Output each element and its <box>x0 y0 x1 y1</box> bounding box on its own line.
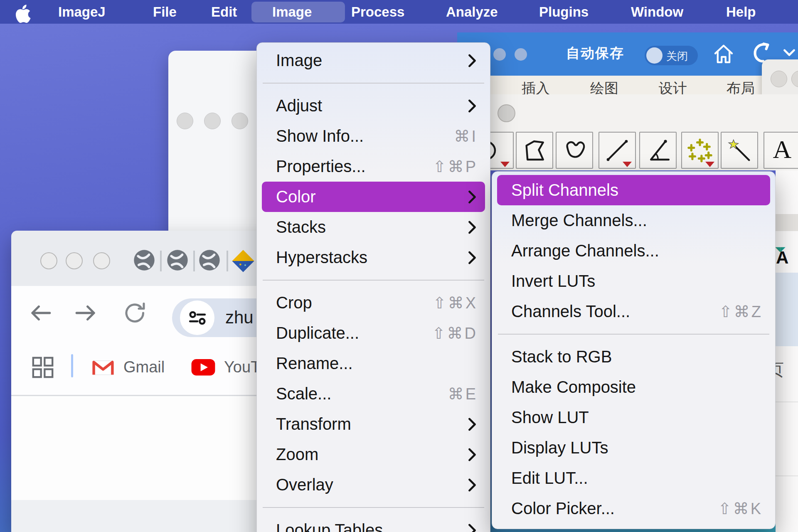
forward-icon[interactable] <box>73 301 99 327</box>
menu-item-show-lut[interactable]: Show LUT <box>492 402 775 433</box>
imagej-toolbar-window: A <box>457 94 798 170</box>
menubar-item-image[interactable]: Image <box>272 0 312 24</box>
apps-grid-icon[interactable] <box>31 355 55 381</box>
diamond-favicon[interactable] <box>231 249 256 275</box>
tune-icon[interactable] <box>180 300 214 335</box>
ribbon-tab[interactable]: 布局 <box>727 79 755 94</box>
menu-item-properties[interactable]: Properties...⇧⌘P <box>257 151 490 182</box>
bookmark-label: Gmail <box>123 358 165 376</box>
menu-item-rename[interactable]: Rename... <box>257 348 490 379</box>
globe-favicon[interactable] <box>133 249 156 273</box>
menu-bar: ImageJFileEditImageProcessAnalyzePlugins… <box>0 0 798 24</box>
back-icon[interactable] <box>28 301 54 327</box>
menu-item-display-luts[interactable]: Display LUTs <box>492 433 775 463</box>
menu-item-label: Lookup Tables <box>276 521 462 532</box>
tool-options-marker <box>500 162 510 167</box>
menu-item-label: Display LUTs <box>511 438 763 457</box>
chevron-down-icon[interactable] <box>783 49 796 59</box>
menu-item-overlay[interactable]: Overlay <box>257 470 490 500</box>
apple-icon[interactable] <box>15 4 32 21</box>
menu-item-shortcut: ⇧⌘X <box>433 294 478 312</box>
home-icon[interactable] <box>713 42 734 68</box>
traffic-light[interactable] <box>498 104 515 122</box>
menu-item-label: Make Composite <box>511 378 763 397</box>
traffic-light-minimize[interactable] <box>66 252 83 269</box>
font-icon-fragment[interactable]: ◥◤A <box>776 248 788 268</box>
globe-favicon[interactable] <box>198 249 221 273</box>
freehand-tool-button[interactable] <box>556 132 593 169</box>
menubar-item-process[interactable]: Process <box>351 0 404 24</box>
traffic-light[interactable] <box>771 71 787 87</box>
menu-item-zoom[interactable]: Zoom <box>257 439 490 470</box>
point-tool-icon <box>687 138 713 163</box>
menu-item-hyperstacks[interactable]: Hyperstacks <box>257 242 490 273</box>
point-tool-button[interactable] <box>681 132 719 169</box>
menu-separator <box>492 327 775 342</box>
menu-item-scale[interactable]: Scale...⌘E <box>257 379 490 409</box>
menu-item-color[interactable]: Color <box>262 182 485 212</box>
submenu-arrow-icon <box>467 251 478 265</box>
menubar-item-window[interactable]: Window <box>631 0 683 24</box>
menu-item-duplicate[interactable]: Duplicate...⇧⌘D <box>257 318 490 348</box>
ribbon-tab[interactable]: 插入 <box>522 79 550 94</box>
menu-item-shortcut: ⇧⌘P <box>433 158 478 176</box>
menu-item-channels-tool[interactable]: Channels Tool...⇧⌘Z <box>492 296 775 327</box>
globe-favicon[interactable] <box>166 249 189 273</box>
menu-item-label: Merge Channels... <box>511 211 763 230</box>
menu-separator <box>257 76 490 91</box>
submenu-arrow-icon <box>467 54 478 68</box>
menu-item-label: Channels Tool... <box>511 302 719 321</box>
menu-item-invert-luts[interactable]: Invert LUTs <box>492 266 775 296</box>
traffic-light-close[interactable] <box>177 113 193 129</box>
menu-separator <box>257 273 490 288</box>
word-traffic-light[interactable] <box>493 48 506 61</box>
submenu-arrow-icon <box>467 417 478 431</box>
menu-item-lookup-tables[interactable]: Lookup Tables <box>257 515 490 532</box>
traffic-light[interactable] <box>791 71 798 87</box>
menu-item-arrange-channels[interactable]: Arrange Channels... <box>492 236 775 266</box>
menubar-item-plugins[interactable]: Plugins <box>539 0 589 24</box>
menu-item-edit-lut[interactable]: Edit LUT... <box>492 463 775 493</box>
menubar-item-imagej[interactable]: ImageJ <box>58 0 106 24</box>
menubar-item-help[interactable]: Help <box>726 0 756 24</box>
menu-item-label: Scale... <box>276 384 448 403</box>
menubar-item-edit[interactable]: Edit <box>211 0 237 24</box>
wand-tool-button[interactable] <box>721 132 758 169</box>
word-traffic-light[interactable] <box>515 48 527 61</box>
polygon-tool-button[interactable] <box>516 132 553 169</box>
traffic-light-zoom[interactable] <box>93 252 110 269</box>
traffic-light-zoom[interactable] <box>232 113 248 129</box>
reload-icon[interactable] <box>123 301 148 327</box>
menu-item-image[interactable]: Image <box>257 45 490 76</box>
menu-item-label: Adjust <box>276 96 462 115</box>
menu-item-crop[interactable]: Crop⇧⌘X <box>257 288 490 318</box>
traffic-light-minimize[interactable] <box>204 113 221 129</box>
angle-tool-button[interactable] <box>639 132 677 169</box>
menu-item-merge-channels[interactable]: Merge Channels... <box>492 205 775 236</box>
menu-item-make-composite[interactable]: Make Composite <box>492 372 775 402</box>
menu-item-label: Image <box>276 51 462 70</box>
line-tool-button[interactable] <box>598 132 636 169</box>
menubar-item-analyze[interactable]: Analyze <box>446 0 498 24</box>
menu-item-label: Split Channels <box>511 181 763 200</box>
menu-item-show-info[interactable]: Show Info...⌘I <box>257 121 490 151</box>
traffic-light-close[interactable] <box>40 252 57 269</box>
menubar-item-file[interactable]: File <box>153 0 177 24</box>
ribbon-tab[interactable]: 设计 <box>659 79 687 94</box>
menu-item-label: Arrange Channels... <box>511 241 763 260</box>
divider <box>776 475 798 476</box>
ribbon-tab[interactable]: 绘图 <box>590 79 618 94</box>
menu-separator <box>257 500 490 515</box>
menu-item-color-picker[interactable]: Color Picker...⇧⌘K <box>492 493 775 524</box>
submenu-arrow-icon <box>467 448 478 462</box>
menu-item-label: Show LUT <box>511 408 763 427</box>
menu-item-transform[interactable]: Transform <box>257 409 490 439</box>
menu-item-stack-to-rgb[interactable]: Stack to RGB <box>492 342 775 372</box>
menu-item-adjust[interactable]: Adjust <box>257 91 490 121</box>
color-submenu: Split ChannelsMerge Channels...Arrange C… <box>492 171 776 529</box>
text-tool-button[interactable]: A <box>764 132 798 169</box>
autosave-toggle[interactable]: 关闭 <box>645 46 698 65</box>
wand-tool-icon <box>727 138 752 163</box>
menu-item-stacks[interactable]: Stacks <box>257 212 490 242</box>
menu-item-split-channels[interactable]: Split Channels <box>497 175 770 205</box>
